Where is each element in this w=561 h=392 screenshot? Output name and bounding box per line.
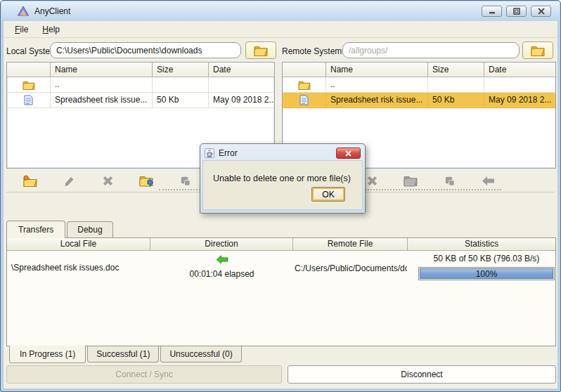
remote-col-date[interactable]: Date: [484, 63, 555, 77]
transfer-progress-bar: 100%: [418, 267, 555, 280]
file-size: [153, 77, 209, 93]
error-dialog-title: Error: [219, 148, 238, 158]
error-message: Unable to delete one or more file(s): [213, 174, 351, 183]
anyclient-logo-icon: [17, 6, 30, 17]
download-folder-icon: [403, 175, 418, 188]
remote-col-name[interactable]: Name: [326, 63, 428, 77]
remote-path-input[interactable]: [342, 42, 520, 58]
file-date: May 09 2018 2...: [209, 93, 274, 108]
transfer-elapsed: 00:01:04 elapsed: [150, 269, 293, 279]
status-tab-strip: In Progress (1) Successful (1) Unsuccess…: [6, 346, 243, 363]
file-name: Spreadsheet risk issue...: [51, 93, 153, 108]
folder-icon: [531, 45, 545, 56]
file-size: 50 Kb: [153, 93, 209, 108]
ok-button[interactable]: OK: [311, 187, 345, 202]
document-icon: [299, 95, 309, 105]
file-row[interactable]: ..: [283, 77, 555, 93]
rename-icon: [63, 175, 75, 188]
remote-col-icon[interactable]: [283, 63, 326, 77]
error-dialog-body: Unable to delete one or more file(s) OK: [202, 160, 363, 210]
copy-icon: [179, 175, 191, 187]
local-col-name[interactable]: Name: [51, 63, 153, 77]
file-size: 50 Kb: [428, 93, 484, 108]
maximize-icon: [512, 8, 521, 15]
remote-copy-button[interactable]: [441, 173, 458, 190]
file-date: [484, 77, 555, 93]
transfer-stats: 50 KB of 50 KB (796.03 B/s): [418, 254, 555, 263]
remote-col-size[interactable]: Size: [428, 63, 484, 77]
java-cup-icon: [205, 148, 214, 158]
maximize-button[interactable]: [506, 6, 527, 17]
disconnect-button[interactable]: Disconnect: [288, 365, 556, 384]
close-icon: [344, 150, 352, 157]
upload-folder-icon: [138, 175, 154, 188]
col-local-file[interactable]: Local File: [7, 238, 150, 251]
error-dialog-title-bar[interactable]: Error: [202, 146, 363, 160]
file-size: [428, 77, 484, 93]
direction-download-arrow-icon: [216, 255, 228, 264]
file-name: ..: [51, 77, 153, 93]
delete-x-icon: [102, 175, 114, 187]
file-row-selected[interactable]: Spreadsheet risk issue... 50 Kb May 09 2…: [283, 93, 555, 108]
local-browse-button[interactable]: [245, 41, 276, 59]
connect-sync-button[interactable]: Connect / Sync: [6, 365, 282, 384]
col-direction[interactable]: Direction: [150, 238, 293, 251]
title-bar[interactable]: AnyClient: [1, 1, 560, 21]
tab-transfers[interactable]: Transfers: [6, 221, 65, 238]
error-dialog: Error Unable to delete one or more file(…: [200, 143, 366, 214]
local-copy-button[interactable]: [176, 173, 193, 190]
local-rename-button[interactable]: [60, 173, 77, 190]
minimize-icon: [488, 8, 496, 15]
remote-delete-button[interactable]: [363, 173, 380, 190]
new-folder-icon: [22, 175, 38, 188]
tab-debug[interactable]: Debug: [67, 221, 112, 237]
transfer-progress-value: 100%: [420, 268, 553, 279]
document-icon: [24, 95, 33, 105]
menu-file[interactable]: File: [9, 22, 34, 37]
local-col-icon[interactable]: [7, 63, 51, 77]
menu-bar: File Help: [4, 21, 557, 38]
col-remote-file[interactable]: Remote File: [293, 238, 408, 251]
local-col-date[interactable]: Date: [209, 63, 274, 77]
local-delete-button[interactable]: [99, 173, 116, 190]
transfer-remote-file: C:/Users/Public/Documents/dow...: [295, 263, 407, 273]
remote-download-folder-button[interactable]: [402, 173, 419, 190]
tab-successful[interactable]: Successful (1): [87, 346, 159, 362]
file-row[interactable]: ..: [7, 77, 274, 93]
remote-transfer-left-button[interactable]: [479, 173, 496, 190]
folder-icon: [298, 80, 311, 90]
copy-icon: [444, 175, 456, 187]
close-button[interactable]: [531, 6, 551, 17]
close-icon: [537, 8, 546, 15]
transfers-panel: Local File Direction Remote File Statist…: [6, 237, 556, 346]
col-statistics[interactable]: Statistics: [408, 238, 555, 251]
file-name: Spreadsheet risk issue...: [326, 93, 428, 108]
delete-x-icon: [366, 175, 378, 187]
local-upload-button[interactable]: [138, 173, 155, 190]
window-title: AnyClient: [34, 6, 70, 16]
tab-in-progress[interactable]: In Progress (1): [9, 346, 86, 363]
arrow-left-icon: [482, 176, 495, 186]
local-path-input[interactable]: [50, 42, 241, 58]
transfer-local-file: \Spreadsheet risk issues.doc: [11, 263, 148, 273]
remote-browse-button[interactable]: [522, 41, 553, 59]
minimize-button[interactable]: [482, 6, 502, 17]
local-new-folder-button[interactable]: [22, 173, 39, 190]
tab-unsuccessful[interactable]: Unsuccessful (0): [160, 346, 241, 362]
folder-icon: [22, 80, 35, 90]
remote-system-label: Remote System: [282, 44, 342, 59]
file-date: [209, 77, 274, 93]
file-date: May 09 2018 2...: [484, 93, 555, 108]
transfer-tab-strip: Transfers Debug: [6, 221, 115, 237]
anyclient-window: AnyClient File Help Local System: [0, 0, 561, 392]
file-row[interactable]: Spreadsheet risk issue... 50 Kb May 09 2…: [7, 93, 274, 108]
folder-icon: [254, 45, 268, 56]
error-dialog-close-button[interactable]: [336, 148, 361, 159]
menu-help[interactable]: Help: [37, 22, 65, 37]
file-name: ..: [326, 77, 428, 93]
local-col-size[interactable]: Size: [153, 63, 209, 77]
